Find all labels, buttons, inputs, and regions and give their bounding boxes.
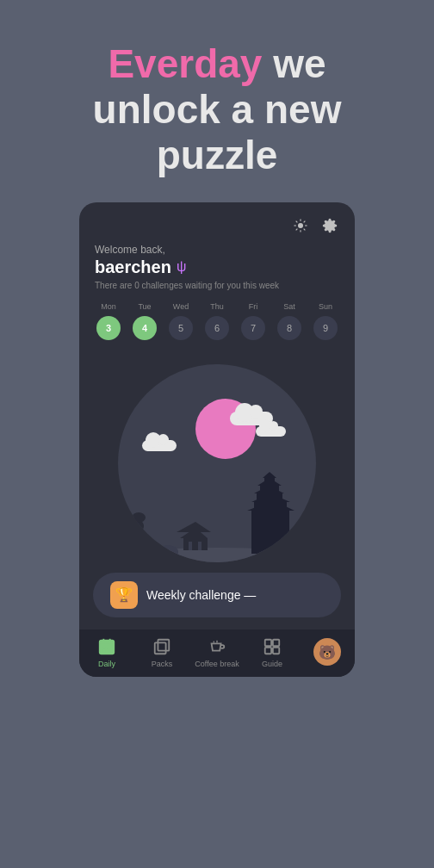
cloud-3 (256, 426, 286, 437)
svg-rect-15 (183, 538, 208, 550)
svg-line-5 (296, 220, 298, 222)
day-circle-mon[interactable]: 3 (96, 316, 121, 340)
svg-rect-37 (102, 649, 105, 652)
svg-rect-44 (273, 639, 279, 645)
settings-button[interactable] (320, 216, 339, 235)
app-header (95, 216, 339, 235)
headline-line2: unlock a new (93, 87, 342, 133)
svg-rect-43 (265, 639, 271, 645)
nav-bear[interactable]: 🐻 (301, 638, 353, 666)
challenge-info: There are 0 challenges waiting for you t… (95, 281, 339, 290)
svg-point-0 (298, 223, 303, 228)
svg-rect-45 (265, 648, 271, 654)
svg-line-6 (304, 228, 306, 230)
day-circle-tue[interactable]: 4 (133, 316, 157, 340)
day-tue[interactable]: Tue 4 (133, 302, 157, 340)
headline: Everday we unlock a new puzzle (93, 41, 342, 178)
username-icon: ψ (177, 259, 186, 275)
svg-rect-38 (106, 647, 108, 649)
day-mon[interactable]: Mon 3 (96, 302, 121, 340)
day-label-tue: Tue (138, 302, 151, 311)
headline-line3: puzzle (93, 133, 342, 178)
svg-point-13 (132, 512, 146, 523)
day-label-wed: Wed (173, 302, 189, 311)
day-sat[interactable]: Sat 8 (277, 302, 301, 340)
week-row: Mon 3 Tue 4 Wed 5 Thu 6 Fri 7 Sat 8 (95, 302, 339, 340)
day-label-sat: Sat (283, 302, 295, 311)
bear-icon: 🐻 (313, 638, 341, 666)
sun-button[interactable] (291, 216, 310, 235)
nav-guide[interactable]: Guide (246, 636, 298, 668)
guide-label: Guide (262, 660, 282, 668)
day-thu[interactable]: Thu 6 (205, 302, 229, 340)
day-circle-sun[interactable]: 9 (313, 316, 338, 340)
day-fri[interactable]: Fri 7 (241, 302, 265, 340)
guide-icon (262, 636, 282, 657)
challenge-label: Weekly challenge — (146, 588, 324, 602)
welcome-text: Welcome back, (95, 244, 339, 256)
challenge-banner[interactable]: 🏆 Weekly challenge — (93, 573, 341, 617)
svg-rect-46 (273, 648, 279, 654)
svg-rect-18 (189, 542, 192, 550)
illustration (79, 356, 355, 566)
phone-card: Welcome back, baerchen ψ There are 0 cha… (79, 202, 355, 677)
trophy-icon: 🏆 (110, 581, 138, 609)
day-sun[interactable]: Sun 9 (313, 302, 338, 340)
svg-rect-28 (264, 478, 275, 487)
coffee-icon (207, 636, 227, 657)
nav-packs[interactable]: Packs (136, 636, 188, 668)
svg-rect-19 (198, 542, 202, 550)
username: baerchen (95, 257, 171, 277)
svg-marker-29 (263, 472, 276, 478)
bottom-nav: Daily Packs Coffee break (79, 629, 355, 677)
scene-circle (118, 364, 316, 562)
svg-rect-40 (158, 639, 169, 650)
username-row: baerchen ψ (95, 257, 339, 277)
headline-rest: we (262, 41, 326, 86)
day-circle-sat[interactable]: 8 (277, 316, 301, 340)
svg-rect-26 (260, 486, 279, 494)
day-circle-fri[interactable]: 7 (241, 316, 265, 340)
day-wed[interactable]: Wed 5 (169, 302, 193, 340)
day-label-mon: Mon (101, 302, 116, 311)
coffee-label: Coffee break (195, 660, 239, 668)
day-circle-wed[interactable]: 5 (169, 316, 193, 340)
day-label-thu: Thu (210, 302, 224, 311)
headline-highlight: Everday (108, 41, 262, 86)
nav-coffee[interactable]: Coffee break (191, 636, 243, 668)
nav-daily[interactable]: Daily (81, 636, 133, 668)
svg-line-8 (296, 228, 298, 230)
day-circle-thu[interactable]: 6 (205, 316, 229, 340)
svg-point-31 (289, 528, 303, 542)
day-label-fri: Fri (249, 302, 258, 311)
daily-label: Daily (98, 660, 115, 668)
packs-icon (152, 636, 172, 657)
app-top: Welcome back, baerchen ψ There are 0 cha… (79, 202, 355, 356)
svg-marker-17 (177, 522, 211, 532)
daily-icon (96, 636, 117, 657)
cloud-2 (142, 440, 177, 451)
svg-rect-20 (251, 511, 289, 554)
day-label-sun: Sun (319, 302, 332, 311)
packs-label: Packs (152, 660, 173, 668)
svg-rect-39 (155, 642, 166, 654)
svg-point-12 (118, 515, 133, 527)
svg-rect-24 (257, 493, 282, 504)
svg-line-7 (304, 220, 306, 222)
svg-point-14 (158, 545, 178, 559)
svg-rect-36 (102, 647, 105, 649)
